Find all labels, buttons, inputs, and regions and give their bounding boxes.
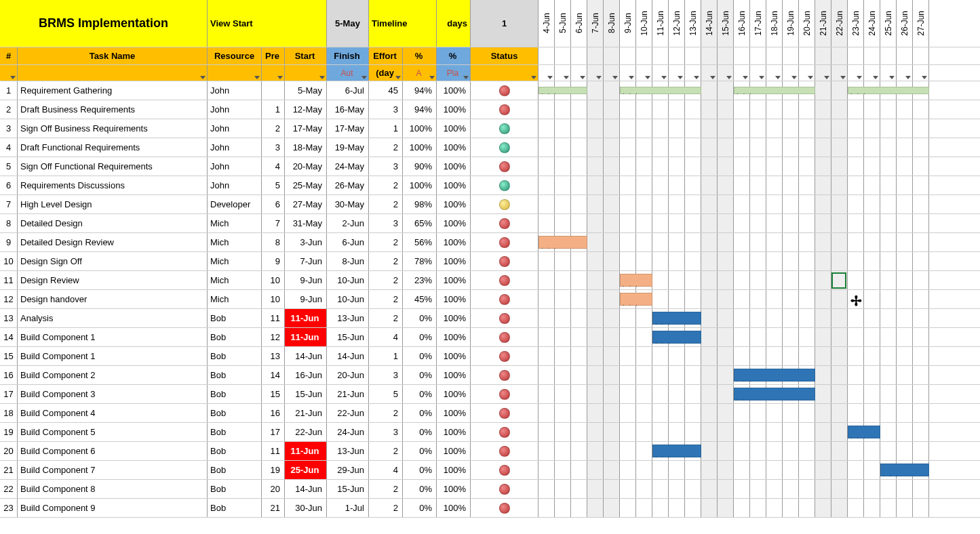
gantt-cell[interactable]: [913, 480, 929, 498]
gantt-cell[interactable]: [571, 347, 587, 365]
gantt-cell[interactable]: [750, 309, 766, 327]
filter-dropdown-icon[interactable]: [791, 76, 797, 79]
gantt-cell[interactable]: [734, 404, 750, 422]
gantt-cell[interactable]: [913, 195, 929, 213]
gantt-cell[interactable]: [701, 100, 718, 119]
gantt-cell[interactable]: [555, 347, 571, 365]
predecessor[interactable]: 7: [262, 214, 285, 232]
gantt-cell[interactable]: [783, 309, 799, 327]
effort-days[interactable]: 2: [369, 499, 403, 517]
gantt-cell[interactable]: [864, 480, 880, 498]
gantt-cell[interactable]: [555, 328, 571, 346]
gantt-cell[interactable]: [897, 157, 913, 176]
gantt-cell[interactable]: [864, 385, 880, 403]
gantt-cell[interactable]: [701, 385, 718, 403]
gantt-cell[interactable]: [750, 271, 766, 289]
resource-name[interactable]: Bob: [208, 423, 262, 441]
col-pre-filter[interactable]: [262, 65, 285, 81]
gantt-cell[interactable]: [750, 290, 766, 308]
gantt-cell[interactable]: [620, 461, 636, 479]
task-name[interactable]: Design handover: [18, 290, 208, 308]
gantt-cell[interactable]: [913, 328, 929, 346]
gantt-cell[interactable]: [766, 499, 783, 517]
gantt-cell[interactable]: [669, 195, 685, 213]
gantt-cell[interactable]: [783, 252, 799, 270]
pct-actual[interactable]: 0%: [403, 404, 437, 422]
gantt-cell[interactable]: [799, 290, 815, 308]
pct-actual[interactable]: 56%: [403, 233, 437, 251]
gantt-cell[interactable]: [571, 328, 587, 346]
gantt-cell[interactable]: [783, 499, 799, 517]
gantt-cell[interactable]: [669, 119, 685, 138]
gantt-cell[interactable]: [620, 404, 636, 422]
filter-dropdown-icon[interactable]: [840, 76, 846, 79]
gantt-cell[interactable]: [880, 347, 897, 365]
effort-days[interactable]: 1: [369, 119, 403, 138]
pct-actual[interactable]: 0%: [403, 366, 437, 384]
gantt-cell[interactable]: [766, 195, 783, 213]
gantt-cell[interactable]: [897, 195, 913, 213]
gantt-cell[interactable]: [913, 290, 929, 308]
pct-plan[interactable]: 100%: [437, 461, 471, 479]
gantt-cell[interactable]: [571, 366, 587, 384]
gantt-cell[interactable]: [799, 138, 815, 157]
resource-name[interactable]: Mich: [208, 214, 262, 232]
date-filter[interactable]: [831, 65, 848, 81]
gantt-cell[interactable]: [848, 385, 864, 403]
finish-date[interactable]: 10-Jun: [327, 271, 369, 289]
gantt-cell[interactable]: [815, 442, 831, 460]
gantt-cell[interactable]: [799, 461, 815, 479]
gantt-bar[interactable]: [620, 274, 652, 287]
filter-dropdown-icon[interactable]: [463, 76, 469, 79]
pct-actual[interactable]: 90%: [403, 157, 437, 176]
filter-dropdown-icon[interactable]: [661, 76, 667, 79]
gantt-cell[interactable]: [897, 138, 913, 157]
gantt-cell[interactable]: [734, 290, 750, 308]
gantt-cell[interactable]: [701, 309, 718, 327]
gantt-cell[interactable]: [897, 385, 913, 403]
date-filter[interactable]: [897, 65, 913, 81]
col-num-filter[interactable]: [0, 65, 18, 81]
effort-days[interactable]: 2: [369, 404, 403, 422]
gantt-cell[interactable]: [831, 290, 848, 308]
gantt-bar[interactable]: [652, 331, 701, 344]
pct-plan[interactable]: 100%: [437, 271, 471, 289]
gantt-cell[interactable]: [701, 442, 718, 460]
task-name[interactable]: Analysis: [18, 309, 208, 327]
gantt-cell[interactable]: [848, 157, 864, 176]
gantt-cell[interactable]: [750, 423, 766, 441]
start-date[interactable]: 14-Jun: [285, 347, 327, 365]
gantt-cell[interactable]: [880, 442, 897, 460]
finish-date[interactable]: 21-Jun: [327, 385, 369, 403]
gantt-cell[interactable]: [604, 366, 620, 384]
gantt-cell[interactable]: [831, 81, 848, 100]
filter-dropdown-icon[interactable]: [612, 76, 618, 79]
gantt-cell[interactable]: [897, 100, 913, 119]
gantt-cell[interactable]: [571, 499, 587, 517]
finish-date[interactable]: 15-Jun: [327, 480, 369, 498]
resource-name[interactable]: Bob: [208, 309, 262, 327]
pct-plan[interactable]: 100%: [437, 214, 471, 232]
effort-days[interactable]: 3: [369, 366, 403, 384]
gantt-cell[interactable]: [604, 233, 620, 251]
gantt-cell[interactable]: [718, 100, 734, 119]
filter-dropdown-icon[interactable]: [857, 76, 862, 79]
predecessor[interactable]: 15: [262, 385, 285, 403]
col-pct-actual-filter[interactable]: A: [403, 65, 437, 81]
gantt-cell[interactable]: [815, 252, 831, 270]
gantt-cell[interactable]: [587, 138, 604, 157]
gantt-cell[interactable]: [718, 271, 734, 289]
gantt-cell[interactable]: [880, 290, 897, 308]
gantt-cell[interactable]: [636, 119, 652, 138]
start-date[interactable]: 7-Jun: [285, 252, 327, 270]
gantt-cell[interactable]: [620, 252, 636, 270]
gantt-cell[interactable]: [538, 176, 555, 194]
col-finish-filter[interactable]: Aut: [327, 65, 369, 81]
gantt-cell[interactable]: [571, 138, 587, 157]
resource-name[interactable]: Developer: [208, 195, 262, 213]
gantt-cell[interactable]: [701, 423, 718, 441]
task-name[interactable]: Build Component 1: [18, 328, 208, 346]
gantt-cell[interactable]: [799, 176, 815, 194]
gantt-cell[interactable]: [604, 461, 620, 479]
gantt-cell[interactable]: [766, 290, 783, 308]
